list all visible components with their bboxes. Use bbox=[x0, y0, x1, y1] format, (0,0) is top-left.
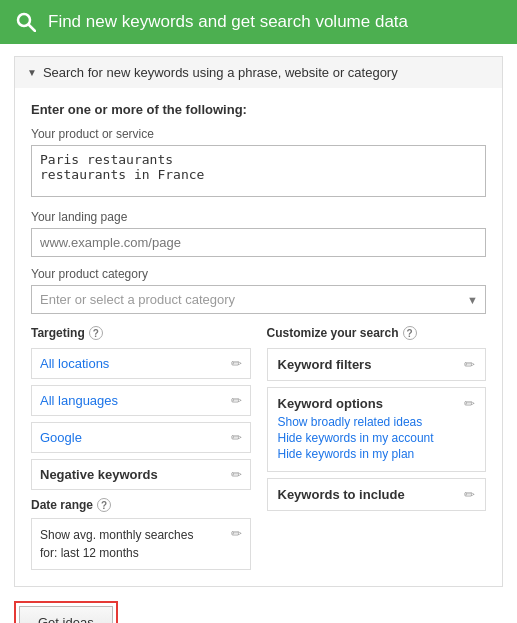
customize-keyword-options: Keyword options ✏ Show broadly related i… bbox=[267, 387, 487, 472]
two-col-layout: Targeting ? All locations ✏ All language… bbox=[31, 326, 486, 570]
collapsible-section: ▼ Search for new keywords using a phrase… bbox=[14, 56, 503, 587]
customize-keyword-filters-header: Keyword filters ✏ bbox=[278, 357, 476, 372]
targeting-item-languages[interactable]: All languages ✏ bbox=[31, 385, 251, 416]
customize-label: Customize your search bbox=[267, 326, 399, 340]
page-header: Find new keywords and get search volume … bbox=[0, 0, 517, 44]
customize-section: Customize your search ? Keyword filters … bbox=[267, 326, 487, 570]
category-select[interactable]: Enter or select a product category bbox=[31, 285, 486, 314]
date-range-title: Date range ? bbox=[31, 498, 251, 512]
keyword-options-link-3[interactable]: Hide keywords in my plan bbox=[278, 447, 476, 461]
targeting-help-icon[interactable]: ? bbox=[89, 326, 103, 340]
customize-keywords-include-title: Keywords to include bbox=[278, 487, 405, 502]
targeting-title: Targeting ? bbox=[31, 326, 251, 340]
search-icon bbox=[14, 10, 38, 34]
targeting-negative-edit-icon: ✏ bbox=[231, 467, 242, 482]
date-range-line2: for: last 12 months bbox=[40, 546, 139, 560]
date-range-text: Show avg. monthly searches for: last 12 … bbox=[40, 526, 193, 562]
targeting-item-locations[interactable]: All locations ✏ bbox=[31, 348, 251, 379]
product-label: Your product or service bbox=[31, 127, 486, 141]
customize-keyword-filters-title: Keyword filters bbox=[278, 357, 372, 372]
customize-keyword-filters-edit-icon: ✏ bbox=[464, 357, 475, 372]
customize-help-icon[interactable]: ? bbox=[403, 326, 417, 340]
keyword-options-link-2[interactable]: Hide keywords in my account bbox=[278, 431, 476, 445]
customize-keywords-include-edit-icon: ✏ bbox=[464, 487, 475, 502]
section-body: Enter one or more of the following: Your… bbox=[15, 88, 502, 586]
targeting-languages-text: All languages bbox=[40, 393, 118, 408]
targeting-negative-text: Negative keywords bbox=[40, 467, 158, 482]
svg-line-1 bbox=[29, 25, 35, 31]
page-title: Find new keywords and get search volume … bbox=[48, 12, 408, 32]
landing-input[interactable] bbox=[31, 228, 486, 257]
customize-keyword-options-title: Keyword options bbox=[278, 396, 383, 411]
category-label: Your product category bbox=[31, 267, 486, 281]
customize-keywords-include[interactable]: Keywords to include ✏ bbox=[267, 478, 487, 511]
targeting-google-edit-icon: ✏ bbox=[231, 430, 242, 445]
customize-title: Customize your search ? bbox=[267, 326, 487, 340]
targeting-locations-edit-icon: ✏ bbox=[231, 356, 242, 371]
customize-keywords-include-header: Keywords to include ✏ bbox=[278, 487, 476, 502]
main-content: ▼ Search for new keywords using a phrase… bbox=[0, 44, 517, 623]
collapsible-label: Search for new keywords using a phrase, … bbox=[43, 65, 398, 80]
date-range-box[interactable]: Show avg. monthly searches for: last 12 … bbox=[31, 518, 251, 570]
product-input[interactable]: Paris restaurants restaurants in France bbox=[31, 145, 486, 197]
date-range-label: Date range bbox=[31, 498, 93, 512]
targeting-locations-text: All locations bbox=[40, 356, 109, 371]
targeting-section: Targeting ? All locations ✏ All language… bbox=[31, 326, 251, 570]
targeting-item-negative[interactable]: Negative keywords ✏ bbox=[31, 459, 251, 490]
customize-keyword-options-header: Keyword options ✏ bbox=[278, 396, 476, 411]
customize-keyword-options-edit-icon: ✏ bbox=[464, 396, 475, 411]
get-ideas-wrapper: Get ideas bbox=[14, 601, 118, 623]
customize-keyword-filters[interactable]: Keyword filters ✏ bbox=[267, 348, 487, 381]
enter-label: Enter one or more of the following: bbox=[31, 102, 486, 117]
date-range-help-icon[interactable]: ? bbox=[97, 498, 111, 512]
date-range-line1: Show avg. monthly searches bbox=[40, 528, 193, 542]
date-range-section: Date range ? Show avg. monthly searches … bbox=[31, 498, 251, 570]
targeting-item-google[interactable]: Google ✏ bbox=[31, 422, 251, 453]
get-ideas-button[interactable]: Get ideas bbox=[19, 606, 113, 623]
collapsible-header[interactable]: ▼ Search for new keywords using a phrase… bbox=[15, 57, 502, 88]
collapse-arrow-icon: ▼ bbox=[27, 67, 37, 78]
keyword-options-link-1[interactable]: Show broadly related ideas bbox=[278, 415, 476, 429]
targeting-languages-edit-icon: ✏ bbox=[231, 393, 242, 408]
customize-keyword-options-links: Show broadly related ideas Hide keywords… bbox=[278, 415, 476, 461]
targeting-label: Targeting bbox=[31, 326, 85, 340]
targeting-google-text: Google bbox=[40, 430, 82, 445]
landing-label: Your landing page bbox=[31, 210, 486, 224]
date-range-edit-icon: ✏ bbox=[231, 526, 242, 541]
category-select-wrapper: Enter or select a product category ▼ bbox=[31, 285, 486, 314]
